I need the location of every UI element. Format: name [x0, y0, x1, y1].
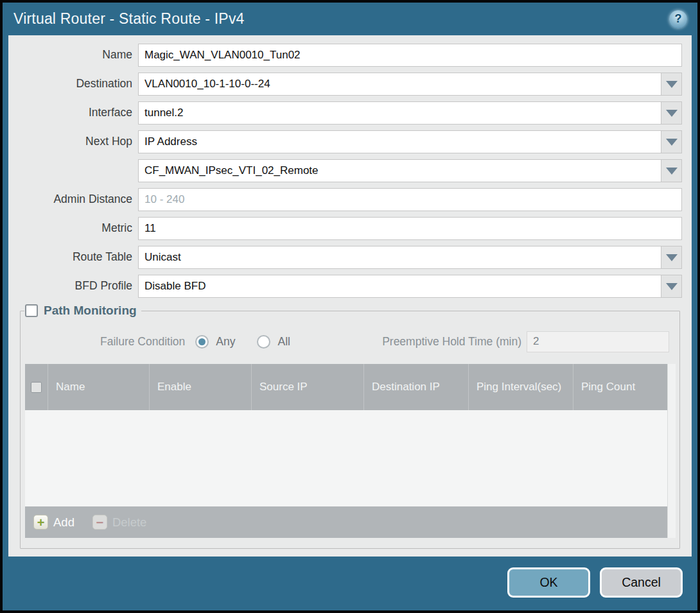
ok-button[interactable]: OK — [507, 567, 590, 598]
route-table-input[interactable] — [138, 246, 661, 269]
chevron-down-icon — [666, 139, 678, 146]
admin-distance-label: Admin Distance — [8, 193, 132, 207]
chevron-down-icon — [666, 81, 678, 88]
destination-dropdown-button[interactable] — [661, 73, 682, 96]
name-input[interactable] — [138, 44, 682, 67]
next-hop-address-dropdown-button[interactable] — [661, 159, 682, 182]
bfd-profile-dropdown-button[interactable] — [661, 275, 682, 298]
failure-condition-row: Failure Condition Any All Preemptive Hol… — [100, 331, 669, 352]
next-hop-row: Next Hop — [8, 130, 682, 153]
route-table-row: Route Table — [8, 246, 682, 269]
column-header-ping-interval[interactable]: Ping Interval(sec) — [468, 364, 573, 410]
path-monitoring-checkbox[interactable] — [25, 304, 38, 317]
help-icon[interactable]: ? — [669, 10, 687, 28]
dialog-title: Virtual Router - Static Route - IPv4 — [13, 10, 245, 28]
name-label: Name — [8, 48, 132, 62]
path-monitoring-section: Path Monitoring Failure Condition Any Al… — [20, 304, 680, 549]
admin-distance-row: Admin Distance — [8, 188, 682, 211]
column-header-enable[interactable]: Enable — [149, 364, 251, 410]
bfd-profile-label: BFD Profile — [8, 279, 132, 293]
preemptive-hold-time-input[interactable] — [527, 331, 669, 352]
minus-icon: − — [92, 515, 107, 530]
column-header-destination-ip[interactable]: Destination IP — [363, 364, 468, 410]
static-route-dialog: Virtual Router - Static Route - IPv4 ? N… — [0, 0, 700, 613]
name-row: Name — [8, 44, 682, 67]
path-monitoring-title: Path Monitoring — [44, 304, 137, 318]
dialog-titlebar: Virtual Router - Static Route - IPv4 ? — [3, 3, 697, 35]
destination-row: Destination — [8, 73, 682, 96]
interface-dropdown-button[interactable] — [661, 101, 682, 125]
metric-row: Metric — [8, 217, 682, 240]
table-body-empty — [25, 410, 667, 506]
cancel-button[interactable]: Cancel — [600, 567, 683, 598]
route-table-label: Route Table — [8, 250, 132, 264]
delete-button-label: Delete — [112, 515, 146, 530]
next-hop-address-input[interactable] — [138, 159, 661, 182]
column-header-ping-count[interactable]: Ping Count — [573, 364, 667, 410]
add-button-label: Add — [53, 515, 74, 530]
route-table-dropdown-button[interactable] — [661, 246, 682, 269]
add-button[interactable]: + Add — [33, 515, 74, 530]
next-hop-label: Next Hop — [8, 135, 132, 149]
interface-row: Interface — [8, 101, 682, 125]
next-hop-dropdown-button[interactable] — [661, 130, 682, 153]
table-scrollbar[interactable] — [667, 364, 676, 538]
dialog-body: Name Destination Interface Next Hop — [8, 35, 692, 557]
table-header-row: Name Enable Source IP Destination IP Pin… — [25, 364, 667, 410]
delete-button[interactable]: − Delete — [92, 515, 146, 530]
column-header-name[interactable]: Name — [48, 364, 149, 410]
failure-condition-any-label: Any — [216, 335, 235, 349]
metric-input[interactable] — [138, 217, 682, 240]
interface-input[interactable] — [138, 101, 661, 125]
bfd-profile-input[interactable] — [138, 275, 661, 298]
next-hop-address-label — [8, 171, 132, 171]
admin-distance-input[interactable] — [138, 188, 682, 211]
failure-condition-all-label: All — [277, 335, 290, 349]
failure-condition-all-radio[interactable] — [257, 335, 270, 349]
column-header-source-ip[interactable]: Source IP — [251, 364, 363, 410]
chevron-down-icon — [666, 283, 678, 290]
destination-label: Destination — [8, 77, 132, 91]
interface-label: Interface — [8, 106, 132, 120]
next-hop-type-input[interactable] — [138, 130, 661, 153]
table-header-select-cell — [25, 364, 48, 410]
bfd-profile-row: BFD Profile — [8, 275, 682, 298]
chevron-down-icon — [666, 168, 678, 175]
plus-icon: + — [33, 515, 48, 530]
path-monitoring-table: Name Enable Source IP Destination IP Pin… — [25, 364, 676, 538]
preemptive-hold-time-label: Preemptive Hold Time (min) — [382, 335, 521, 349]
path-monitoring-legend: Path Monitoring — [24, 304, 141, 318]
select-all-checkbox[interactable] — [31, 382, 42, 393]
metric-label: Metric — [8, 221, 132, 236]
chevron-down-icon — [666, 254, 678, 261]
next-hop-address-row — [8, 159, 682, 182]
failure-condition-label: Failure Condition — [100, 335, 185, 349]
dialog-footer: OK Cancel — [3, 557, 697, 610]
destination-input[interactable] — [138, 73, 661, 96]
table-action-bar: + Add − Delete — [25, 506, 667, 538]
failure-condition-any-radio[interactable] — [195, 335, 209, 349]
chevron-down-icon — [666, 110, 678, 117]
